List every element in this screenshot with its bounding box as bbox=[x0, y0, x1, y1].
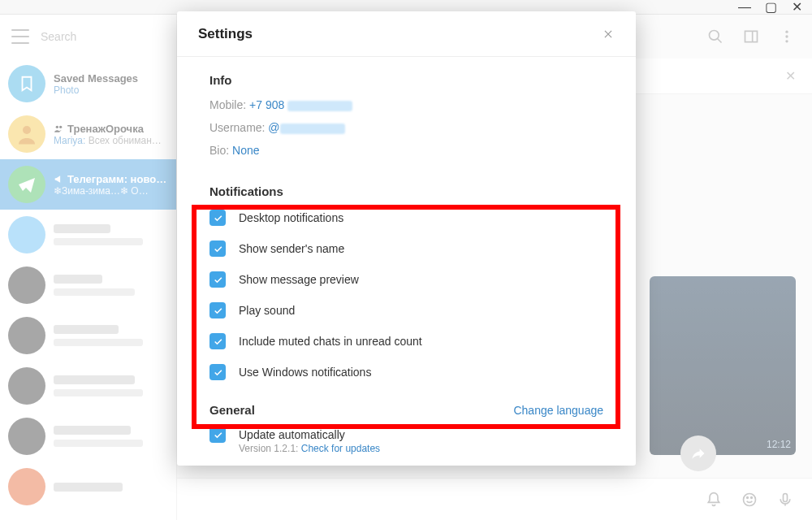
change-language-link[interactable]: Change language bbox=[513, 404, 603, 417]
info-username: Username: @ bbox=[209, 121, 603, 134]
window-minimize-button[interactable]: — bbox=[739, 2, 750, 13]
checkbox-label: Show sender's name bbox=[239, 242, 344, 255]
mobile-link[interactable]: +7 908 bbox=[249, 98, 284, 111]
checkbox-label: Use Windows notifications bbox=[239, 366, 371, 379]
checkbox-label: Include muted chats in unread count bbox=[239, 335, 422, 348]
username-link[interactable]: @ bbox=[268, 121, 279, 134]
section-heading: Notifications bbox=[209, 184, 603, 198]
redacted-text bbox=[280, 124, 345, 134]
checkbox-include-muted[interactable]: Include muted chats in unread count bbox=[209, 333, 603, 349]
close-icon[interactable] bbox=[602, 28, 615, 41]
checkbox-desktop-notifications[interactable]: Desktop notifications bbox=[209, 210, 603, 226]
checkbox-icon bbox=[209, 271, 226, 288]
checkbox-label: Play sound bbox=[239, 304, 295, 317]
window-maximize-button[interactable]: ▢ bbox=[765, 2, 776, 13]
checkbox-icon bbox=[209, 333, 226, 349]
checkbox-icon bbox=[209, 210, 226, 226]
info-bio: Bio: None bbox=[209, 144, 603, 157]
checkbox-label: Update automatically bbox=[239, 428, 345, 441]
window-close-button[interactable]: ✕ bbox=[791, 2, 802, 13]
modal-title: Settings bbox=[198, 26, 253, 42]
section-heading: Info bbox=[209, 73, 603, 87]
settings-modal: Settings Info Mobile: +7 908 Username: @… bbox=[177, 11, 636, 466]
checkbox-icon bbox=[209, 240, 226, 257]
settings-section-general: General Change language Update automatic… bbox=[177, 395, 636, 461]
checkbox-play-sound[interactable]: Play sound bbox=[209, 302, 603, 318]
info-mobile: Mobile: +7 908 bbox=[209, 98, 603, 111]
checkbox-windows-notifications[interactable]: Use Windows notifications bbox=[209, 364, 603, 380]
settings-section-info: Info Mobile: +7 908 Username: @ Bio: Non… bbox=[177, 57, 636, 173]
checkbox-label: Show message preview bbox=[239, 273, 359, 286]
checkbox-icon bbox=[209, 427, 226, 443]
bio-link[interactable]: None bbox=[232, 144, 259, 157]
redacted-text bbox=[287, 101, 352, 111]
version-text: Version 1.2.1: Check for updates bbox=[239, 443, 603, 454]
checkbox-show-sender-name[interactable]: Show sender's name bbox=[209, 240, 603, 257]
section-heading: General bbox=[209, 403, 255, 417]
check-updates-link[interactable]: Check for updates bbox=[301, 443, 380, 454]
checkbox-label: Desktop notifications bbox=[239, 211, 343, 224]
checkbox-icon bbox=[209, 302, 226, 318]
checkbox-icon bbox=[209, 364, 226, 380]
settings-section-notifications: Notifications Desktop notifications Show… bbox=[177, 173, 636, 395]
checkbox-update-automatically[interactable]: Update automatically bbox=[209, 427, 603, 443]
checkbox-show-message-preview[interactable]: Show message preview bbox=[209, 271, 603, 288]
